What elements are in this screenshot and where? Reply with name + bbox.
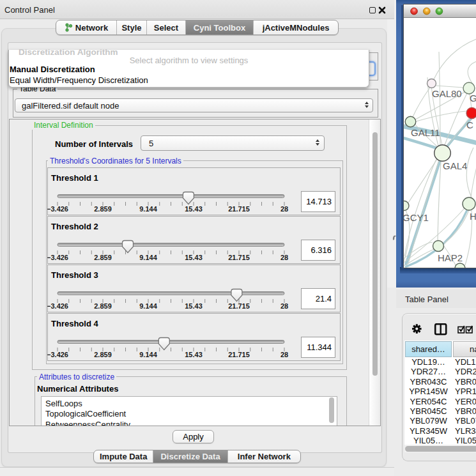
- svg-text:21.715: 21.715: [228, 205, 250, 213]
- svg-text:21.715: 21.715: [228, 351, 250, 358]
- svg-text:21.715: 21.715: [228, 302, 250, 310]
- svg-text:C: C: [466, 119, 473, 130]
- svg-text:2.859: 2.859: [94, 351, 112, 358]
- svg-text:15.43: 15.43: [185, 302, 203, 310]
- svg-text:9.144: 9.144: [139, 254, 157, 261]
- svg-text:GAL4: GAL4: [443, 160, 467, 171]
- svg-text:−3.426: −3.426: [47, 351, 68, 358]
- svg-text:−3.426: −3.426: [47, 254, 68, 261]
- svg-text:15.43: 15.43: [185, 351, 203, 358]
- svg-text:2.859: 2.859: [94, 254, 112, 261]
- svg-text:9.144: 9.144: [139, 351, 157, 358]
- svg-text:−3.426: −3.426: [47, 302, 68, 310]
- svg-text:GCY1: GCY1: [404, 212, 429, 223]
- svg-text:−3.426: −3.426: [47, 205, 68, 213]
- svg-text:15.43: 15.43: [185, 254, 203, 261]
- svg-text:9.144: 9.144: [139, 302, 157, 310]
- svg-text:HAP2: HAP2: [438, 252, 463, 263]
- svg-text:2.859: 2.859: [94, 205, 112, 213]
- svg-text:HA: HA: [470, 211, 476, 222]
- svg-text:28: 28: [280, 254, 288, 261]
- svg-text:28: 28: [280, 302, 288, 310]
- svg-text:28: 28: [280, 351, 288, 358]
- svg-text:15.43: 15.43: [185, 205, 203, 213]
- svg-text:2.859: 2.859: [94, 302, 112, 310]
- svg-text:GAL11: GAL11: [411, 127, 440, 138]
- svg-text:GAL80: GAL80: [432, 88, 462, 99]
- svg-text:GAL: GAL: [470, 93, 476, 104]
- svg-text:21.715: 21.715: [228, 254, 250, 261]
- svg-text:28: 28: [280, 205, 288, 213]
- svg-text:9.144: 9.144: [139, 205, 157, 213]
